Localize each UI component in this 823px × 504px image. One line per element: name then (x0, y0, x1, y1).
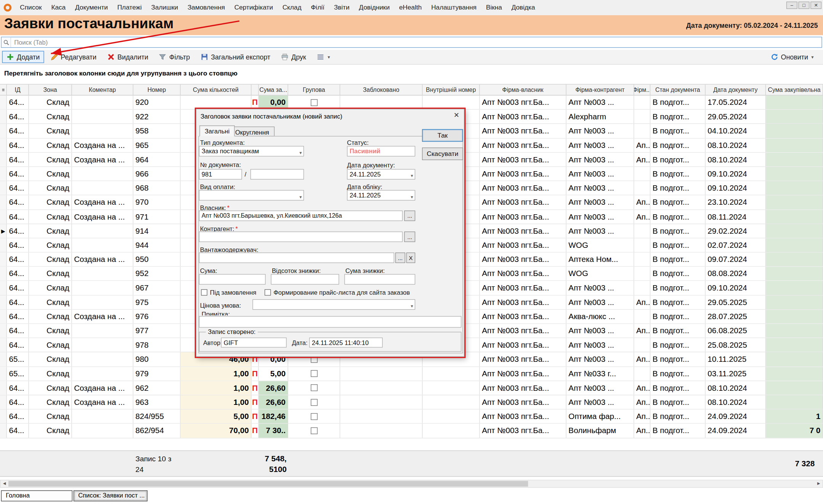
owner-input[interactable] (199, 210, 403, 221)
doc-number-input[interactable] (199, 169, 242, 180)
group-checkbox[interactable] (311, 370, 318, 377)
ok-button[interactable]: Так (422, 129, 463, 142)
menu-item-сертифікати[interactable]: Сертифікати (229, 0, 278, 15)
filter-button[interactable]: Фільтр (155, 51, 194, 63)
grid-row[interactable]: 64...СкладСоздана на ...9621,00П26,60Апт… (0, 381, 823, 395)
column-header-12[interactable]: Фірма-контрагент (566, 85, 634, 95)
cell-state: В подгот... (650, 210, 706, 223)
scrollbar-thumb[interactable] (8, 481, 528, 486)
contragent-input[interactable] (199, 231, 403, 242)
discount-sum-input[interactable] (344, 274, 415, 285)
close-button[interactable]: ✕ (810, 2, 821, 9)
export-button[interactable]: Загальний експорт (196, 51, 274, 63)
tab-home[interactable]: Головна (1, 490, 72, 501)
cell-number: 978 (133, 338, 181, 352)
group-checkbox[interactable] (311, 399, 318, 406)
column-header-7[interactable]: Сума за... (259, 85, 288, 95)
horizontal-scrollbar[interactable]: ◄ ► (0, 480, 823, 488)
grid-row[interactable]: 64...Склад862/95470,00П7 30..Апт №003 пг… (0, 424, 823, 438)
price-list-checkbox[interactable] (265, 289, 271, 296)
column-header-8[interactable]: Групова (288, 85, 340, 95)
author-input[interactable] (221, 337, 287, 347)
menu-item-вікна[interactable]: Вікна (481, 0, 507, 15)
print-button[interactable]: Друк (277, 51, 310, 63)
consignee-picker-button[interactable]: ... (395, 252, 405, 263)
column-header-6[interactable] (252, 85, 259, 95)
column-header-14[interactable]: Стан документа (650, 85, 706, 95)
account-date-combobox[interactable]: 24.11.2025 ▾ (347, 190, 415, 201)
price-cond-combobox[interactable]: ▾ (252, 299, 415, 310)
column-header-1[interactable]: ІД (7, 85, 29, 95)
cell-group[interactable] (288, 395, 340, 409)
column-header-16[interactable]: Сума закупівельна (766, 85, 823, 95)
column-header-11[interactable]: Фірма-власник (480, 85, 566, 95)
minimize-button[interactable]: – (786, 2, 797, 9)
scroll-left-arrow[interactable]: ◄ (0, 480, 8, 487)
doc-number2-input[interactable] (250, 169, 304, 180)
consignee-input[interactable] (199, 252, 394, 263)
menu-item-філії[interactable]: Філії (306, 0, 329, 15)
menu-item-налаштування[interactable]: Налаштування (427, 0, 481, 15)
dialog-close-icon[interactable]: ✕ (454, 111, 459, 119)
sum-input[interactable] (199, 274, 266, 285)
tab-rounding[interactable]: Округлення (230, 127, 274, 136)
refresh-button[interactable]: Оновити ▾ (766, 51, 818, 63)
group-checkbox[interactable] (311, 427, 318, 434)
cell-group[interactable] (288, 409, 340, 423)
search-input[interactable] (11, 39, 821, 46)
column-header-3[interactable]: Коментар (72, 85, 133, 95)
edit-button[interactable]: Редагувати (46, 51, 101, 63)
under-order-checkbox[interactable] (201, 289, 207, 296)
grid-row[interactable]: 64...Склад920П0,00Апт №003 пгт.Ба...Апт … (0, 96, 823, 110)
menu-item-склад[interactable]: Склад (278, 0, 306, 15)
doc-type-combobox[interactable]: Заказ поставщикам ▾ (199, 146, 304, 157)
cell-group[interactable] (288, 96, 340, 109)
owner-picker-button[interactable]: ... (404, 210, 415, 221)
menu-item-довідники[interactable]: Довідники (354, 0, 394, 15)
cell-group[interactable] (288, 424, 340, 438)
menu-item-залишки[interactable]: Залишки (146, 0, 183, 15)
contragent-picker-button[interactable]: ... (404, 231, 415, 242)
column-header-15[interactable]: Дата документу (706, 85, 766, 95)
column-header-5[interactable]: Сума кількостей (181, 85, 252, 95)
cell-group[interactable] (288, 381, 340, 395)
tab-list-active[interactable]: Список: Заявки пост ... (74, 490, 148, 501)
menu-item-документи[interactable]: Документи (71, 0, 113, 15)
pay-type-combobox[interactable]: ▾ (199, 190, 304, 201)
grid-row[interactable]: 64...Склад824/9555,00П182,46Апт №003 пгт… (0, 409, 823, 424)
group-checkbox[interactable] (311, 99, 318, 106)
cell-state: В подгот... (650, 281, 706, 295)
column-header-13[interactable]: Фірм... (634, 85, 651, 95)
doc-date-combobox[interactable]: 24.11.2025 ▾ (347, 169, 415, 180)
restore-button[interactable]: □ (799, 2, 810, 9)
note-input[interactable] (199, 316, 462, 327)
menu-item-список[interactable]: Список (15, 0, 47, 15)
cancel-button[interactable]: Скасувати (422, 148, 463, 160)
column-header-2[interactable]: Зона (29, 85, 72, 95)
menu-item-платежі[interactable]: Платежі (112, 0, 146, 15)
scroll-right-arrow[interactable]: ► (815, 480, 823, 487)
tab-general[interactable]: Загальні (199, 125, 235, 136)
menu-item-ehealth[interactable]: eHealth (395, 0, 427, 15)
columns-menu-button[interactable]: ▾ (312, 51, 334, 63)
group-checkbox[interactable] (311, 413, 318, 420)
grid-row[interactable]: 64...СкладСоздана на ...9631,00П26,60Апт… (0, 395, 823, 409)
consignee-clear-button[interactable]: X (406, 252, 415, 263)
menu-item-замовлення[interactable]: Замовлення (183, 0, 230, 15)
cell-purchase (766, 138, 823, 152)
delete-button[interactable]: Видалити (103, 51, 152, 63)
created-date-input[interactable] (309, 337, 383, 347)
menu-item-каса[interactable]: Каса (47, 0, 71, 15)
add-button[interactable]: Додати (2, 51, 44, 63)
menu-item-довідка[interactable]: Довідка (507, 0, 540, 15)
column-header-9[interactable]: Заблоковано (340, 85, 422, 95)
cell-group[interactable] (288, 367, 340, 380)
grid-row[interactable]: 65...Склад9791,00П5,00Апт №003 пгт.Ба...… (0, 367, 823, 381)
discount-pct-input[interactable] (271, 274, 339, 285)
group-checkbox[interactable] (311, 384, 318, 391)
cell-zone: Склад (29, 338, 72, 352)
menu-item-звіти[interactable]: Звіти (329, 0, 354, 15)
column-header-4[interactable]: Номер (133, 85, 181, 95)
column-header-10[interactable]: Внутрішній номер (423, 85, 480, 95)
grid-corner-icon[interactable]: ≡ (0, 85, 7, 95)
